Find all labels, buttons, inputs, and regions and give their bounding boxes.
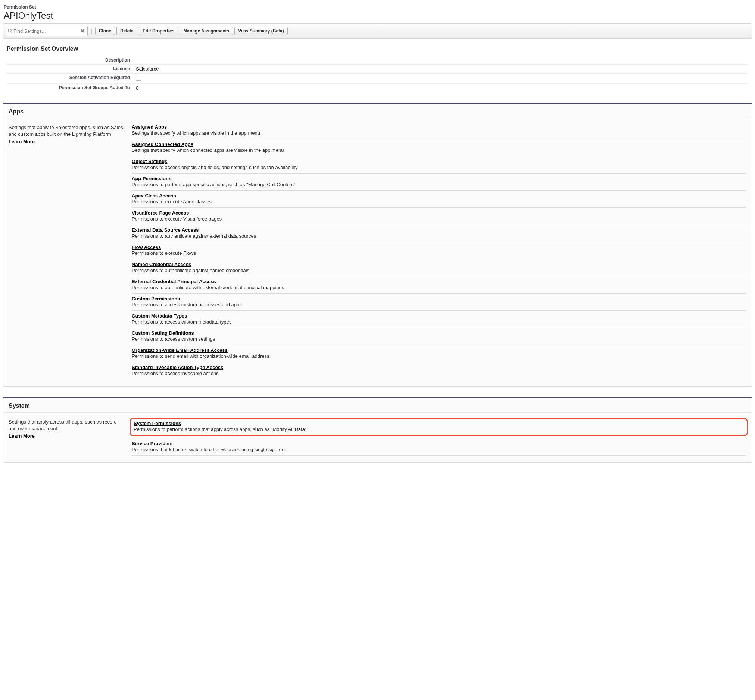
description-value	[136, 58, 748, 62]
link-external-credential-principal-access[interactable]: External Credential Principal Access	[132, 279, 746, 284]
page-subtitle: Permission Set	[4, 5, 752, 10]
system-section-title: System	[9, 403, 746, 409]
permission-set-groups-label: Permission Set Groups Added To	[7, 85, 136, 91]
highlight-system-permissions: System PermissionsPermissions to perform…	[130, 418, 748, 436]
system-section: System Settings that apply across all ap…	[3, 397, 752, 462]
link-sub-custom-metadata-types: Permissions to access custom metadata ty…	[132, 319, 746, 325]
clear-icon[interactable]: ✖	[80, 28, 86, 34]
link-standard-invocable-action-type-access[interactable]: Standard Invocable Action Type Access	[132, 364, 746, 370]
link-named-credential-access[interactable]: Named Credential Access	[132, 262, 746, 267]
toolbar: ✖ | Clone Delete Edit Properties Manage …	[3, 23, 752, 39]
link-flow-access[interactable]: Flow Access	[132, 244, 746, 250]
apps-section-title: Apps	[9, 108, 746, 115]
description-label: Description	[7, 58, 136, 62]
link-sub-visualforce-page-access: Permissions to execute Visualforce pages	[132, 216, 746, 222]
license-label: License	[7, 66, 136, 72]
link-sub-apex-class-access: Permissions to execute Apex classes	[132, 199, 746, 205]
manage-assignments-button[interactable]: Manage Assignments	[180, 27, 233, 35]
link-assigned-apps[interactable]: Assigned Apps	[132, 124, 746, 130]
link-sub-system-permissions: Permissions to perform actions that appl…	[134, 427, 744, 432]
link-app-permissions[interactable]: App Permissions	[132, 176, 746, 181]
apps-section: Apps Settings that apply to Salesforce a…	[3, 103, 752, 387]
link-sub-standard-invocable-action-type-access: Permissions to access invocable actions	[132, 370, 746, 376]
link-sub-app-permissions: Permissions to perform app-specific acti…	[132, 182, 746, 188]
link-sub-object-settings: Permissions to access objects and fields…	[132, 164, 746, 170]
delete-button[interactable]: Delete	[116, 27, 138, 35]
apps-section-desc: Settings that apply to Salesforce apps, …	[9, 125, 124, 137]
toolbar-separator: |	[89, 28, 94, 34]
svg-point-0	[8, 29, 11, 32]
link-custom-setting-definitions[interactable]: Custom Setting Definitions	[132, 330, 746, 336]
link-sub-external-data-source-access: Permissions to authenticate against exte…	[132, 233, 746, 239]
link-sub-organization-wide-email-address-access: Permissions to send email with organizat…	[132, 353, 746, 359]
system-learn-more-link[interactable]: Learn More	[9, 433, 124, 439]
session-activation-checkbox	[136, 75, 141, 81]
link-sub-flow-access: Permissions to execute Flows	[132, 250, 746, 256]
permission-set-groups-value: 0	[136, 85, 748, 91]
search-input[interactable]	[13, 28, 80, 35]
svg-line-1	[11, 32, 12, 33]
system-links-list: System PermissionsPermissions to perform…	[132, 419, 746, 456]
search-box[interactable]: ✖	[6, 26, 88, 36]
link-object-settings[interactable]: Object Settings	[132, 159, 746, 164]
apps-learn-more-link[interactable]: Learn More	[9, 138, 124, 145]
system-section-desc: Settings that apply across all apps, suc…	[9, 419, 117, 431]
apps-links-list: Assigned AppsSettings that specify which…	[132, 124, 746, 380]
link-organization-wide-email-address-access[interactable]: Organization-Wide Email Address Access	[132, 347, 746, 353]
edit-properties-button[interactable]: Edit Properties	[139, 27, 178, 35]
overview-panel: Permission Set Overview Description Lice…	[3, 45, 752, 92]
session-activation-value	[136, 75, 748, 82]
license-value: Salesforce	[136, 66, 748, 72]
session-activation-label: Session Activation Required	[7, 75, 136, 82]
clone-button[interactable]: Clone	[95, 27, 115, 35]
link-sub-assigned-connected-apps: Settings that specify which connected ap…	[132, 147, 746, 153]
link-assigned-connected-apps[interactable]: Assigned Connected Apps	[132, 141, 746, 147]
page-title: APIOnlyTest	[4, 11, 752, 21]
link-service-providers[interactable]: Service Providers	[132, 441, 746, 446]
link-external-data-source-access[interactable]: External Data Source Access	[132, 227, 746, 233]
link-sub-named-credential-access: Permissions to authenticate against name…	[132, 267, 746, 273]
link-custom-permissions[interactable]: Custom Permissions	[132, 296, 746, 302]
link-sub-service-providers: Permissions that let users switch to oth…	[132, 447, 746, 452]
link-system-permissions[interactable]: System Permissions	[134, 420, 744, 426]
view-summary-button[interactable]: View Summary (Beta)	[234, 27, 288, 35]
search-icon	[8, 28, 13, 34]
link-sub-custom-setting-definitions: Permissions to access custom settings	[132, 336, 746, 342]
link-sub-assigned-apps: Settings that specify which apps are vis…	[132, 130, 746, 136]
link-visualforce-page-access[interactable]: Visualforce Page Access	[132, 210, 746, 216]
link-sub-custom-permissions: Permissions to access custom processes a…	[132, 302, 746, 308]
link-custom-metadata-types[interactable]: Custom Metadata Types	[132, 313, 746, 319]
link-sub-external-credential-principal-access: Permissions to authenticate with externa…	[132, 285, 746, 290]
link-apex-class-access[interactable]: Apex Class Access	[132, 193, 746, 198]
overview-title: Permission Set Overview	[7, 45, 748, 52]
